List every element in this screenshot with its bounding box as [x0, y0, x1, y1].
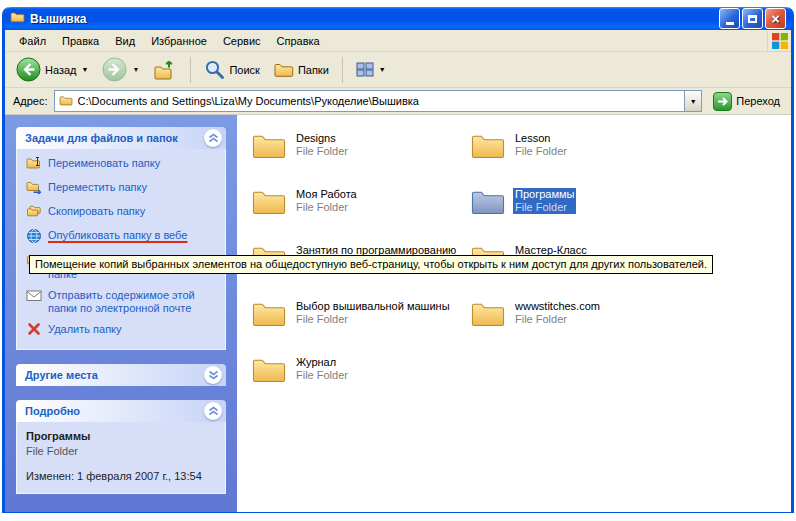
- task-link[interactable]: Отправить содержимое этой папки по элект…: [48, 289, 218, 315]
- up-button[interactable]: [148, 56, 182, 84]
- task-move-folder[interactable]: Переместить папку: [26, 181, 218, 197]
- file-list-area[interactable]: DesignsFile Folder Моя РаботаFile Folder…: [237, 115, 791, 512]
- copy-folder-icon: [26, 204, 42, 221]
- details-item-modified: Изменен: 1 февраля 2007 г., 13:54: [26, 470, 218, 483]
- go-button[interactable]: Переход: [708, 90, 785, 113]
- file-item[interactable]: LessonFile Folder: [470, 131, 682, 175]
- folder-icon: [251, 187, 287, 217]
- forward-icon: [102, 57, 127, 82]
- email-icon: [26, 288, 42, 305]
- toolbar-separator: [342, 57, 343, 83]
- title-bar[interactable]: Вышивка ×: [5, 7, 791, 30]
- task-link[interactable]: Скопировать папку: [48, 205, 145, 218]
- file-item[interactable]: Выбор вышивальной машиныFile Folder: [251, 299, 463, 343]
- forward-dropdown-icon[interactable]: ▼: [132, 66, 139, 73]
- close-button[interactable]: ×: [765, 8, 786, 29]
- tooltip: Помещение копий выбранных элементов на о…: [29, 255, 713, 274]
- file-name: wwwstitches.com: [513, 300, 602, 313]
- maximize-button[interactable]: [742, 8, 763, 29]
- task-delete-folder[interactable]: Удалить папку: [26, 323, 218, 339]
- menu-file[interactable]: Файл: [12, 32, 53, 50]
- task-email-folder[interactable]: Отправить содержимое этой папки по элект…: [26, 289, 218, 315]
- file-item[interactable]: DesignsFile Folder: [251, 131, 463, 175]
- menu-favorites[interactable]: Избранное: [144, 32, 214, 50]
- menu-view[interactable]: Вид: [108, 32, 142, 50]
- search-button[interactable]: Поиск: [199, 56, 264, 83]
- views-button[interactable]: ▼: [351, 59, 391, 80]
- toolbar: Назад ▼ ▼ Поиск Папки ▼: [5, 52, 791, 88]
- panel-details: Подробно Программы File Folder Изменен: …: [16, 400, 226, 494]
- tasks-panel-header[interactable]: Задачи для файлов и папок: [16, 127, 226, 149]
- back-icon: [16, 57, 41, 82]
- chevron-up-icon[interactable]: [204, 402, 222, 420]
- menu-help[interactable]: Справка: [270, 32, 327, 50]
- tasks-panel-body: Переименовать папку Переместить папку Ск…: [16, 149, 226, 350]
- folder-icon: [470, 299, 506, 329]
- address-input[interactable]: C:\Documents and Settings\Liza\My Docume…: [78, 95, 680, 107]
- tasks-panel-title: Задачи для файлов и папок: [25, 132, 178, 144]
- task-link[interactable]: Переименовать папку: [48, 157, 160, 170]
- task-copy-folder[interactable]: Скопировать папку: [26, 205, 218, 221]
- file-item[interactable]: ЖурналFile Folder: [251, 355, 463, 399]
- go-icon: [713, 92, 732, 111]
- delete-icon: [26, 322, 42, 339]
- move-folder-icon: [26, 180, 42, 197]
- window-folder-icon: [10, 11, 25, 26]
- file-name: Выбор вышивальной машины: [294, 300, 452, 313]
- file-type: File Folder: [294, 201, 359, 214]
- close-icon: ×: [771, 12, 779, 26]
- panel-file-folder-tasks: Задачи для файлов и папок Переименовать …: [16, 127, 226, 350]
- address-combobox[interactable]: C:\Documents and Settings\Liza\My Docume…: [54, 90, 703, 112]
- views-dropdown-icon[interactable]: ▼: [379, 66, 386, 73]
- maximize-icon: [748, 15, 757, 23]
- file-item-selected[interactable]: ПрограммыFile Folder: [470, 187, 682, 231]
- other-places-header[interactable]: Другие места: [16, 364, 226, 386]
- menu-tools[interactable]: Сервис: [216, 32, 268, 50]
- task-pane-sidebar: Задачи для файлов и папок Переименовать …: [5, 115, 237, 512]
- windows-logo-icon: [767, 31, 789, 51]
- task-publish-folder-web[interactable]: Опубликовать папку в вебе: [26, 229, 218, 247]
- details-item-type: File Folder: [26, 445, 218, 458]
- details-header[interactable]: Подробно: [16, 400, 226, 422]
- file-type: File Folder: [294, 145, 350, 158]
- folder-up-icon: [153, 59, 177, 81]
- file-type: File Folder: [294, 369, 350, 382]
- views-icon: [356, 62, 374, 77]
- file-item[interactable]: Моя РаботаFile Folder: [251, 187, 463, 231]
- publish-web-icon: [26, 228, 42, 247]
- folders-icon: [274, 62, 294, 78]
- details-title: Подробно: [25, 405, 80, 417]
- chevron-down-icon[interactable]: [204, 366, 222, 384]
- explorer-window: Вышивка × Файл Правка Вид Избранное Серв…: [2, 7, 794, 513]
- file-type: File Folder: [513, 201, 576, 214]
- search-label: Поиск: [229, 64, 259, 76]
- task-link[interactable]: Удалить папку: [48, 323, 122, 336]
- menu-bar: Файл Правка Вид Избранное Сервис Справка: [5, 30, 791, 52]
- address-folder-icon: [59, 95, 73, 108]
- back-button[interactable]: Назад ▼: [11, 54, 93, 85]
- file-name: Программы: [513, 188, 576, 201]
- window-title: Вышивка: [30, 12, 714, 26]
- file-item[interactable]: wwwstitches.comFile Folder: [470, 299, 682, 343]
- forward-button[interactable]: ▼: [97, 54, 144, 85]
- details-body: Программы File Folder Изменен: 1 февраля…: [16, 422, 226, 494]
- address-dropdown-button[interactable]: ▼: [684, 91, 701, 111]
- folders-button[interactable]: Папки: [269, 59, 334, 81]
- file-column-2: LessonFile Folder ПрограммыFile Folder М…: [470, 131, 682, 343]
- folder-icon: [251, 355, 287, 385]
- task-link[interactable]: Переместить папку: [48, 181, 147, 194]
- menu-edit[interactable]: Правка: [55, 32, 106, 50]
- back-dropdown-icon[interactable]: ▼: [82, 66, 89, 73]
- folders-label: Папки: [298, 64, 329, 76]
- chevron-up-icon[interactable]: [204, 129, 222, 147]
- go-label: Переход: [736, 95, 780, 107]
- folder-icon: [470, 131, 506, 161]
- minimize-button[interactable]: [719, 8, 740, 29]
- folder-icon-selected: [470, 187, 506, 217]
- task-link[interactable]: Опубликовать папку в вебе: [48, 229, 187, 242]
- details-item-name: Программы: [26, 430, 218, 443]
- file-name: Журнал: [294, 356, 350, 369]
- task-rename-folder[interactable]: Переименовать папку: [26, 157, 218, 173]
- folder-icon: [251, 131, 287, 161]
- search-icon: [204, 59, 225, 80]
